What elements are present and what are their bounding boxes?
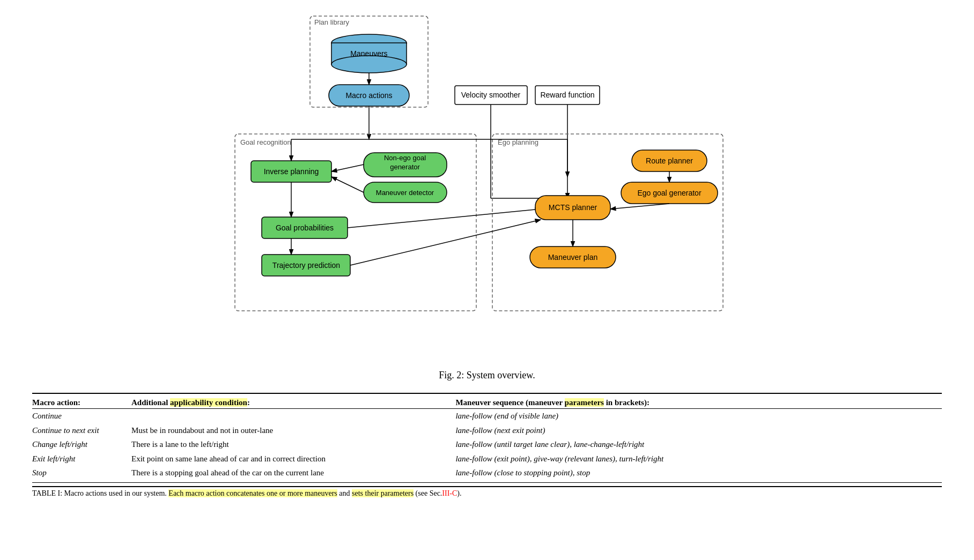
col3-pre: Maneuver sequence (maneuver	[455, 398, 564, 407]
col3-highlight: parameters	[565, 398, 604, 407]
note-highlight2: sets their parameters	[352, 489, 414, 497]
table-row: Exit left/right Exit point on same lane …	[32, 452, 942, 466]
note-link[interactable]: III-C	[442, 489, 457, 497]
traj-pred-label: Trajectory prediction	[272, 261, 340, 270]
maneuvers-label: Maneuvers	[350, 49, 387, 58]
plan-library-label: Plan library	[314, 18, 350, 26]
col2-header: Additional applicability condition:	[131, 398, 455, 407]
note-end: ).	[457, 489, 461, 497]
row0-col3: lane-follow (end of visible lane)	[455, 410, 942, 422]
row1-col2: Must be in roundabout and not in outer-l…	[131, 424, 455, 437]
non-ego-goal-line1: Non-ego goal	[384, 154, 426, 162]
row1-col1: Continue to next exit	[32, 424, 131, 437]
reward-function-label: Reward function	[540, 91, 594, 99]
velocity-smoother-label: Velocity smoother	[461, 91, 521, 99]
non-ego-goal-line2: generator	[390, 163, 420, 171]
diagram-svg: Plan library Maneuvers Macro actions Vel…	[192, 11, 782, 359]
arrow-goalprob-mcts	[348, 209, 541, 228]
row1-col3: lane-follow (next exit point)	[455, 424, 942, 437]
arrow-mandet-inverse	[331, 177, 364, 192]
caption-text: Fig. 2: System overview.	[439, 370, 535, 380]
goal-recognition-label: Goal recognition	[240, 138, 291, 146]
maneuver-plan-label: Maneuver plan	[548, 253, 598, 262]
row4-col1: Stop	[32, 467, 131, 479]
ego-goal-gen-label: Ego goal generator	[637, 189, 701, 197]
col3-post: in brackets):	[604, 398, 650, 407]
table-rows: Continue lane-follow (end of visible lan…	[32, 409, 942, 480]
arrow-trajpred-mcts	[350, 220, 541, 265]
row3-col2: Exit point on same lane ahead of car and…	[131, 453, 455, 465]
note-post: (see Sec.	[414, 489, 442, 497]
table-row: Change left/right There is a lane to the…	[32, 437, 942, 452]
table-row: Continue to next exit Must be in roundab…	[32, 423, 942, 438]
row0-col1: Continue	[32, 410, 131, 422]
col2-post: :	[247, 398, 250, 407]
arrow-ego-mcts	[610, 204, 669, 209]
table-row: Stop There is a stopping goal ahead of t…	[32, 466, 942, 480]
col2-pre: Additional	[131, 398, 170, 407]
maneuver-detector-label: Maneuver detector	[376, 189, 434, 197]
mcts-planner-label: MCTS planner	[549, 203, 597, 212]
macro-actions-label: Macro actions	[345, 91, 392, 100]
row2-col3: lane-follow (until target lane clear), l…	[455, 438, 942, 451]
row3-col1: Exit left/right	[32, 453, 131, 465]
route-planner-label: Route planner	[646, 156, 693, 165]
arrow-nonego-inverse	[331, 165, 364, 171]
note-pre: TABLE I: Macro actions used in our syste…	[32, 489, 168, 497]
row2-col2: There is a lane to the left/right	[131, 438, 455, 451]
page-container: Plan library Maneuvers Macro actions Vel…	[0, 0, 974, 509]
note-highlight1: Each macro action concatenates one or mo…	[168, 489, 337, 497]
row4-col2: There is a stopping goal ahead of the ca…	[131, 467, 455, 479]
col1-header: Macro action:	[32, 398, 131, 407]
col3-header: Maneuver sequence (maneuver parameters i…	[455, 398, 942, 407]
table-row: Continue lane-follow (end of visible lan…	[32, 409, 942, 423]
row3-col3: lane-follow (exit point), give-way (rele…	[455, 453, 942, 465]
diagram-container: Plan library Maneuvers Macro actions Vel…	[32, 11, 942, 364]
col1-header-text: Macro action:	[32, 398, 80, 407]
row0-col2	[131, 410, 455, 422]
table-section: Macro action: Additional applicability c…	[32, 393, 942, 483]
col2-highlight: applicability condition	[170, 398, 247, 407]
goal-prob-label: Goal probabilities	[276, 223, 334, 232]
maneuvers-bottom	[331, 56, 407, 73]
table-header: Macro action: Additional applicability c…	[32, 397, 942, 409]
row2-col1: Change left/right	[32, 438, 131, 451]
row4-col3: lane-follow (close to stopping point), s…	[455, 467, 942, 479]
note-mid: and	[337, 489, 352, 497]
figure-caption: Fig. 2: System overview.	[32, 370, 942, 381]
table-note: TABLE I: Macro actions used in our syste…	[32, 486, 942, 498]
inverse-planning-label: Inverse planning	[264, 167, 319, 176]
